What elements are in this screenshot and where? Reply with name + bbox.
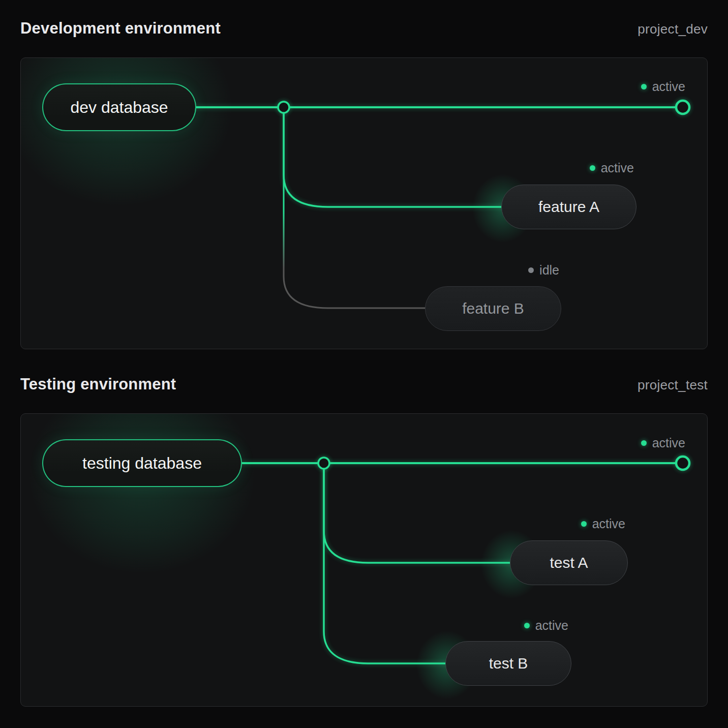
dev-feature-a-label: feature A	[538, 198, 599, 216]
test-a-node: test A	[510, 540, 628, 585]
dev-section-title: Development environment	[20, 19, 221, 38]
dev-endpoint-node-icon	[676, 101, 689, 114]
test-a-status-badge: active	[581, 518, 625, 530]
idle-status-dot-icon	[528, 267, 534, 273]
test-panel: testing database test A test B active ac…	[20, 413, 708, 707]
test-branch-a-connector	[324, 463, 511, 563]
test-a-status-text: active	[592, 518, 625, 530]
dev-database-label: dev database	[70, 98, 168, 117]
dev-feature-a-status-badge: active	[590, 162, 634, 174]
dev-database-node: dev database	[42, 83, 196, 131]
dev-feature-b-label: feature B	[462, 300, 524, 317]
test-b-status-text: active	[535, 619, 568, 632]
dev-feature-a-status-text: active	[601, 162, 634, 174]
dev-project-label: project_dev	[638, 21, 708, 37]
test-database-node: testing database	[42, 439, 242, 487]
test-section-title: Testing environment	[20, 375, 176, 393]
test-endpoint-node-icon	[676, 457, 689, 470]
page: Development environment project_dev	[0, 0, 728, 728]
dev-feature-b-status-badge: idle	[528, 264, 559, 277]
test-trunk-status-badge: active	[641, 437, 685, 449]
test-database-label: testing database	[82, 454, 202, 473]
test-junction-node-icon	[318, 458, 329, 469]
test-b-node: test B	[445, 641, 571, 686]
test-b-status-badge: active	[524, 619, 568, 632]
active-status-dot-icon	[590, 165, 595, 171]
dev-feature-b-node: feature B	[425, 286, 561, 331]
dev-branch-a-connector	[284, 107, 504, 207]
dev-trunk-status-text: active	[652, 80, 685, 93]
dev-junction-node-icon	[278, 102, 289, 113]
test-a-label: test A	[550, 554, 588, 571]
dev-panel: dev database feature A feature B active …	[20, 57, 708, 349]
test-trunk-status-text: active	[652, 437, 685, 449]
active-status-dot-icon	[524, 623, 530, 628]
test-project-label: project_test	[638, 377, 708, 393]
dev-feature-b-status-text: idle	[539, 264, 559, 277]
dev-section-header: Development environment project_dev	[20, 19, 708, 43]
active-status-dot-icon	[641, 84, 647, 89]
active-status-dot-icon	[641, 440, 647, 446]
active-status-dot-icon	[581, 521, 587, 527]
dev-trunk-status-badge: active	[641, 80, 685, 93]
test-b-label: test B	[489, 655, 528, 672]
test-section-header: Testing environment project_test	[20, 375, 708, 399]
dev-feature-a-node: feature A	[501, 185, 636, 229]
